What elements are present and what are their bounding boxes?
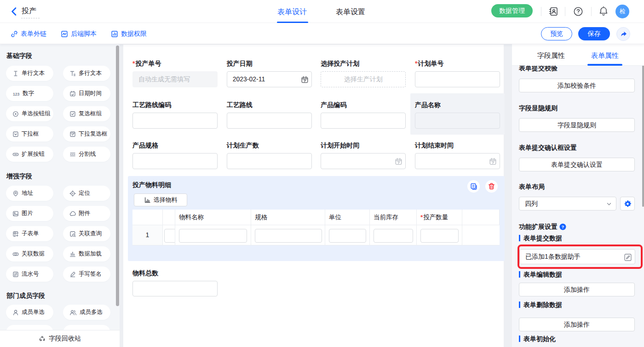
svg-text:123: 123 — [13, 91, 20, 96]
svg-text:?: ? — [561, 224, 564, 229]
